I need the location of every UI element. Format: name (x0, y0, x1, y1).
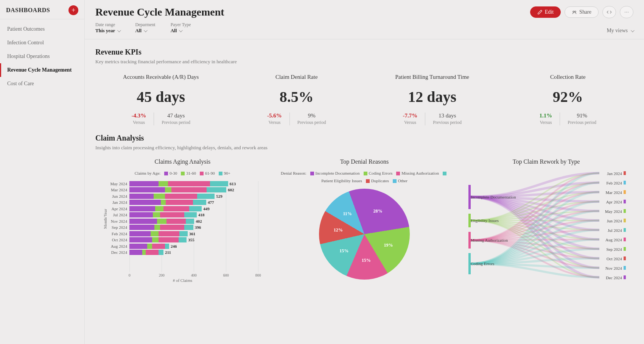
kpi-card: Accounts Receivable (A/R) Days45 days-4.… (95, 74, 227, 125)
x-axis-label: # of Claims (173, 278, 192, 283)
add-dashboard-button[interactable]: + (68, 5, 78, 15)
edit-button[interactable]: Edit (530, 6, 561, 18)
filter-deparment[interactable]: DeparmentAll (135, 22, 155, 34)
sidebar-item-revenue-cycle-management[interactable]: Revenue Cycle Management (0, 63, 84, 77)
share-icon (572, 9, 577, 15)
svg-point-3 (626, 12, 627, 13)
kpi-value: 92% (502, 88, 634, 106)
kpi-section-subtitle: Key metrics tracking financial performan… (95, 59, 633, 65)
pencil-icon (537, 9, 543, 15)
chart-title: Claims Aging Analysis (95, 158, 270, 165)
kpi-card: Claim Denial Rate8.5%-5.6%Versus9%Previo… (231, 74, 362, 125)
svg-point-2 (625, 12, 625, 13)
svg-point-0 (573, 11, 574, 12)
kpi-label: Collection Rate (502, 74, 634, 80)
claims-section-title: Claim Analysis (95, 134, 633, 142)
kpi-previous-value: 13 days (433, 113, 462, 119)
kpi-card: Patient Billing Turnaround Time12 days-7… (367, 74, 498, 125)
more-button[interactable] (620, 6, 633, 18)
my-views-dropdown[interactable]: My views (607, 28, 633, 34)
kpi-delta: -5.6% (267, 113, 282, 119)
sidebar-item-hospital-operations[interactable]: Hospital Operations (0, 50, 84, 63)
kpi-value: 8.5% (231, 88, 362, 106)
sidebar: DASHBOARDS + Patient OutcomesInfection C… (0, 0, 85, 344)
kpi-label: Patient Billing Turnaround Time (367, 74, 498, 80)
chart-title: Top Claim Rework by Type (459, 158, 633, 165)
sidebar-item-infection-control[interactable]: Infection Control (0, 36, 84, 50)
share-button[interactable]: Share (565, 6, 599, 18)
svg-point-1 (575, 11, 576, 12)
more-horizontal-icon (624, 9, 629, 15)
kpi-label: Accounts Receivable (A/R) Days (95, 74, 227, 80)
code-icon (607, 9, 612, 15)
kpi-value: 12 days (367, 88, 498, 106)
filter-payer-type[interactable]: Payer TypeAll (171, 22, 191, 34)
kpi-previous-value: 9% (297, 113, 326, 119)
filter-date-range[interactable]: Date rangeThis year (95, 22, 120, 34)
kpi-card: Collection Rate92%1.1%Versus91%Previous … (502, 74, 634, 125)
kpi-delta: -4.3% (132, 113, 146, 119)
denial-reasons-chart: Top Denial Reasons Denial Reason:Incompl… (277, 158, 452, 283)
embed-button[interactable] (602, 6, 616, 18)
kpi-section-title: Revenue KPIs (95, 48, 633, 56)
rework-sankey-chart: Top Claim Rework by Type Incomplete Docu… (459, 158, 633, 283)
kpi-previous-value: 47 days (162, 113, 190, 119)
main-content: Revenue Cycle Management Edit Share Date… (85, 0, 644, 344)
sidebar-title: DASHBOARDS (6, 7, 50, 14)
kpi-delta: -7.7% (403, 113, 418, 119)
kpi-previous-value: 91% (568, 113, 596, 119)
svg-point-4 (628, 12, 628, 13)
page-title: Revenue Cycle Management (95, 6, 224, 18)
claims-aging-chart: Claims Aging Analysis Claims by Age:0-30… (95, 158, 270, 283)
kpi-value: 45 days (95, 88, 227, 106)
plus-icon: + (72, 6, 75, 14)
chart-title: Top Denial Reasons (277, 158, 452, 165)
claims-section-subtitle: Insights into claim processing efficienc… (95, 145, 633, 151)
sidebar-item-cost-of-care[interactable]: Cost of Care (0, 77, 84, 91)
sidebar-item-patient-outcomes[interactable]: Patient Outcomes (0, 22, 84, 36)
kpi-delta: 1.1% (540, 113, 552, 119)
kpi-label: Claim Denial Rate (231, 74, 362, 80)
